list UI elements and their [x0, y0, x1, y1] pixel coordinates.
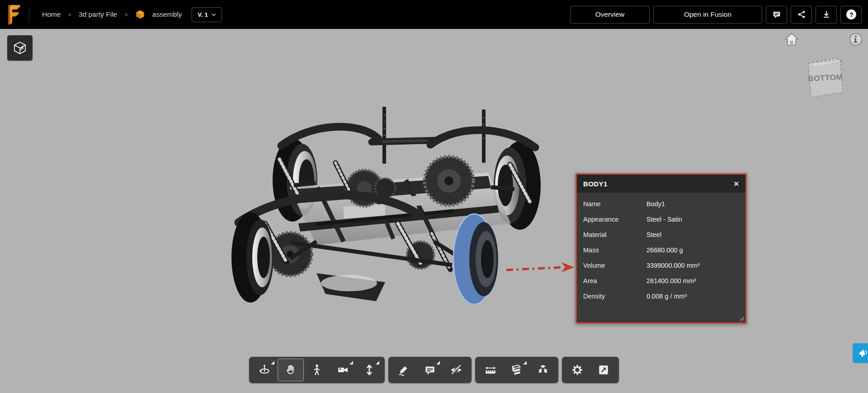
property-row-material: Material Steel	[577, 227, 745, 242]
topbar-divider	[29, 7, 29, 22]
close-icon[interactable]: ✕	[733, 180, 739, 187]
share-button[interactable]	[791, 6, 812, 24]
first-person-button[interactable]	[304, 359, 330, 381]
zoom-button[interactable]	[356, 359, 382, 381]
download-icon	[821, 9, 831, 19]
zoom-icon	[363, 364, 375, 376]
rear-shock-towers[interactable]	[281, 127, 535, 147]
hide-button[interactable]	[443, 359, 469, 381]
svg-text:?: ?	[849, 11, 853, 19]
pan-icon	[284, 364, 297, 376]
breadcrumb: Home > 3d party File > assembly	[42, 9, 182, 19]
selected-body1-wheel[interactable]	[453, 214, 498, 304]
comment-icon	[772, 9, 782, 19]
property-row-mass: Mass 26680.000 g	[577, 242, 745, 258]
camera-button[interactable]	[330, 359, 356, 381]
help-icon: ?	[845, 9, 857, 20]
open-in-fusion-button[interactable]: Open in Fusion	[653, 6, 762, 24]
orbit-icon	[258, 364, 271, 376]
top-bar: Home > 3d party File > assembly V. 1 Ove…	[0, 0, 868, 29]
toolbar-group-inspect	[475, 357, 558, 383]
fusion-logo-icon	[5, 4, 24, 25]
explode-icon	[537, 364, 549, 376]
panel-body: Name Body1 Appearance Steel - Satin Mate…	[577, 193, 745, 304]
comment-button[interactable]	[766, 6, 787, 24]
section-analysis-icon	[510, 364, 523, 376]
help-button[interactable]: ?	[840, 6, 862, 24]
fusion-logo[interactable]	[0, 0, 29, 29]
viewer-canvas[interactable]: BOTTOM	[0, 29, 868, 393]
explode-button[interactable]	[530, 359, 556, 381]
selection-annotation-arrow	[506, 262, 574, 272]
viewer-toolbar	[249, 357, 619, 383]
flyout-indicator	[271, 361, 274, 365]
gear-icon	[571, 364, 584, 376]
camera-icon	[337, 364, 349, 376]
measure-icon	[484, 364, 497, 376]
fullscreen-icon	[598, 364, 609, 376]
section-analysis-button[interactable]	[504, 359, 530, 381]
first-person-icon	[311, 364, 323, 376]
body-posts[interactable]	[382, 107, 486, 164]
megaphone-icon	[858, 348, 868, 359]
topbar-actions: Overview Open in Fusion	[570, 6, 862, 24]
toolbar-group-display	[562, 357, 619, 383]
settings-button[interactable]	[564, 359, 590, 381]
panel-resize-handle[interactable]	[739, 316, 744, 321]
comment-tool-button[interactable]	[417, 359, 443, 381]
property-row-area: Area 281400.000 mm²	[577, 273, 745, 289]
feedback-button[interactable]	[853, 343, 868, 363]
version-label: V. 1	[198, 11, 208, 18]
download-button[interactable]	[816, 6, 837, 24]
markup-pencil-icon	[397, 364, 410, 376]
property-row-density: Density 0.008 g / mm³	[577, 289, 745, 304]
breadcrumb-home[interactable]: Home	[42, 10, 61, 19]
share-icon	[797, 9, 807, 19]
flyout-indicator	[349, 361, 353, 365]
comment-tool-icon	[424, 364, 436, 376]
property-row-appearance: Appearance Steel - Satin	[577, 212, 745, 227]
eye-slash-icon	[449, 364, 463, 376]
orbit-button[interactable]	[251, 359, 278, 381]
fullscreen-button[interactable]	[590, 359, 617, 381]
version-dropdown[interactable]: V. 1	[192, 7, 222, 22]
toolbar-group-markup	[388, 357, 472, 383]
breadcrumb-separator: >	[124, 11, 128, 18]
property-row-volume: Volume 3399000.000 mm³	[577, 258, 745, 273]
body-properties-panel: BODY1 ✕ Name Body1 Appearance Steel - Sa…	[576, 173, 747, 324]
breadcrumb-separator: >	[68, 11, 71, 18]
breadcrumb-file[interactable]: assembly	[152, 10, 182, 19]
toolbar-group-navigation	[249, 357, 385, 383]
assembly-cube-icon	[135, 9, 145, 19]
flyout-indicator	[376, 361, 379, 365]
chevron-down-icon	[212, 13, 216, 16]
panel-header: BODY1 ✕	[577, 175, 745, 193]
flyout-indicator	[523, 361, 527, 365]
markup-button[interactable]	[391, 359, 417, 381]
overview-button[interactable]: Overview	[570, 6, 650, 24]
property-row-name: Name Body1	[577, 196, 745, 212]
pan-button[interactable]	[278, 359, 304, 381]
breadcrumb-folder[interactable]: 3d party File	[79, 10, 117, 19]
measure-button[interactable]	[477, 359, 504, 381]
panel-title: BODY1	[583, 180, 608, 188]
wheel-front-left[interactable]	[231, 212, 274, 303]
flyout-indicator	[436, 361, 440, 365]
